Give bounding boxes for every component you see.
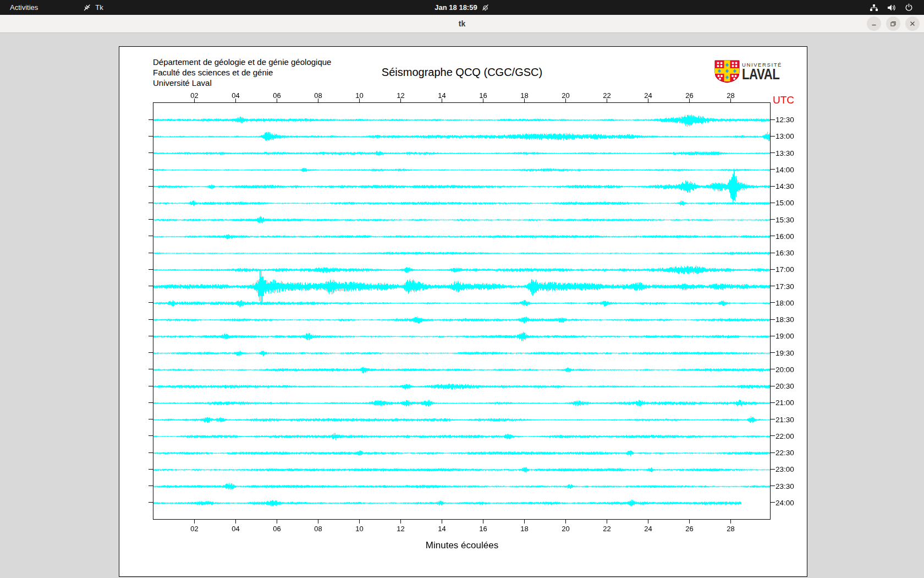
y-tick-right: [771, 186, 775, 187]
y-tick-right: [771, 386, 775, 386]
close-button[interactable]: [905, 17, 920, 31]
x-tick-top: [359, 99, 360, 102]
y-tick-right: [771, 269, 775, 270]
x-tick-label-bottom: 12: [397, 525, 404, 533]
x-tick-bottom: [565, 520, 566, 524]
x-tick-label-top: 02: [190, 91, 198, 100]
y-tick-right: [771, 302, 775, 303]
y-tick-left: [148, 469, 153, 470]
x-tick-label-top: 24: [644, 91, 652, 100]
y-tick-left: [148, 302, 153, 303]
header-line-1: Département de géologie et de génie géol…: [153, 57, 331, 67]
x-tick-label-bottom: 24: [644, 525, 652, 533]
utc-row-label: 13:30: [776, 149, 794, 157]
y-tick-right: [771, 319, 775, 320]
window-titlebar: tk: [0, 15, 924, 33]
x-tick-bottom: [442, 520, 442, 524]
restore-button[interactable]: [886, 17, 900, 31]
institution-header: Département de géologie et de génie géol…: [153, 57, 331, 88]
restore-icon: [890, 20, 897, 27]
y-tick-right: [771, 352, 775, 353]
y-tick-right: [771, 452, 775, 453]
x-tick-label-bottom: 26: [685, 525, 693, 533]
x-tick-top: [277, 99, 277, 102]
x-tick-top: [689, 99, 690, 102]
x-tick-label-top: 08: [314, 91, 322, 100]
minimize-button[interactable]: [867, 17, 881, 31]
y-tick-right: [771, 119, 775, 120]
utc-row-label: 22:30: [776, 449, 794, 457]
system-menu-button[interactable]: [864, 0, 919, 15]
window-controls: [867, 17, 920, 31]
x-tick-bottom: [235, 520, 236, 524]
utc-row-label: 15:30: [776, 215, 794, 223]
utc-row-label: 23:30: [776, 482, 794, 490]
x-tick-bottom: [648, 520, 648, 524]
utc-row-label: 14:00: [776, 165, 794, 173]
utc-row-label: 14:30: [776, 182, 794, 190]
y-tick-right: [771, 469, 775, 470]
x-tick-top: [730, 99, 731, 102]
utc-axis-label: UTC: [773, 94, 794, 106]
x-tick-label-bottom: 20: [562, 525, 569, 533]
y-tick-right: [771, 402, 775, 403]
utc-row-label: 22:00: [776, 432, 794, 440]
utc-row-label: 17:30: [776, 282, 794, 290]
y-tick-left: [148, 186, 153, 187]
utc-row-label: 12:30: [776, 116, 794, 124]
y-tick-left: [148, 203, 153, 203]
utc-row-label: 23:00: [776, 465, 794, 473]
header-line-2: Faculté des sciences et de génie: [153, 67, 331, 78]
x-tick-bottom: [318, 520, 318, 524]
utc-row-label: 15:00: [776, 199, 794, 207]
laval-crest-icon: [714, 60, 740, 83]
seismograph-panel: Département de géologie et de génie géol…: [119, 46, 807, 577]
x-tick-top: [235, 99, 236, 102]
y-tick-left: [148, 486, 153, 486]
y-tick-left: [148, 236, 153, 236]
x-tick-label-top: 20: [562, 91, 569, 100]
clock-button[interactable]: Jan 18 18:59: [429, 0, 494, 15]
x-tick-label-top: 26: [685, 91, 693, 100]
x-tick-label-top: 06: [273, 91, 280, 100]
y-tick-left: [148, 352, 153, 353]
x-tick-label-bottom: 08: [314, 525, 322, 533]
utc-row-label: 18:00: [776, 298, 794, 307]
y-tick-left: [148, 502, 153, 503]
utc-row-label: 19:00: [776, 332, 794, 340]
y-tick-left: [148, 119, 153, 120]
y-tick-left: [148, 369, 153, 369]
y-tick-right: [771, 203, 775, 203]
logo-large-text: LAVAL: [742, 68, 779, 81]
logo-wordmark: UNIVERSITÉ LAVAL: [742, 62, 788, 81]
y-tick-right: [771, 286, 775, 286]
x-tick-top: [400, 99, 401, 102]
network-icon: [870, 4, 878, 12]
top-bar: Activities Tk Jan 18 18:59: [0, 0, 924, 15]
y-tick-left: [148, 152, 153, 153]
x-tick-bottom: [194, 520, 195, 524]
x-tick-bottom: [730, 520, 731, 524]
x-tick-label-bottom: 18: [520, 525, 528, 533]
y-tick-left: [148, 452, 153, 453]
y-tick-right: [771, 486, 775, 486]
x-tick-label-top: 16: [479, 91, 487, 100]
y-tick-right: [771, 419, 775, 419]
universite-laval-logo: UNIVERSITÉ LAVAL: [714, 60, 797, 85]
y-tick-left: [148, 253, 153, 253]
clock-label: Jan 18 18:59: [435, 3, 477, 12]
x-tick-bottom: [689, 520, 690, 524]
y-tick-right: [771, 369, 775, 369]
utc-row-label: 24:00: [776, 498, 794, 506]
tk-window-content: Département de géologie et de génie géol…: [0, 33, 924, 578]
x-tick-top: [607, 99, 607, 102]
x-tick-top: [442, 99, 442, 102]
utc-row-label: 21:00: [776, 399, 794, 407]
y-tick-left: [148, 136, 153, 137]
x-tick-label-bottom: 22: [603, 525, 610, 533]
x-tick-top: [194, 99, 195, 102]
x-tick-label-top: 18: [520, 91, 528, 100]
x-tick-bottom: [277, 520, 277, 524]
utc-row-label: 20:00: [776, 365, 794, 373]
y-tick-right: [771, 236, 775, 236]
